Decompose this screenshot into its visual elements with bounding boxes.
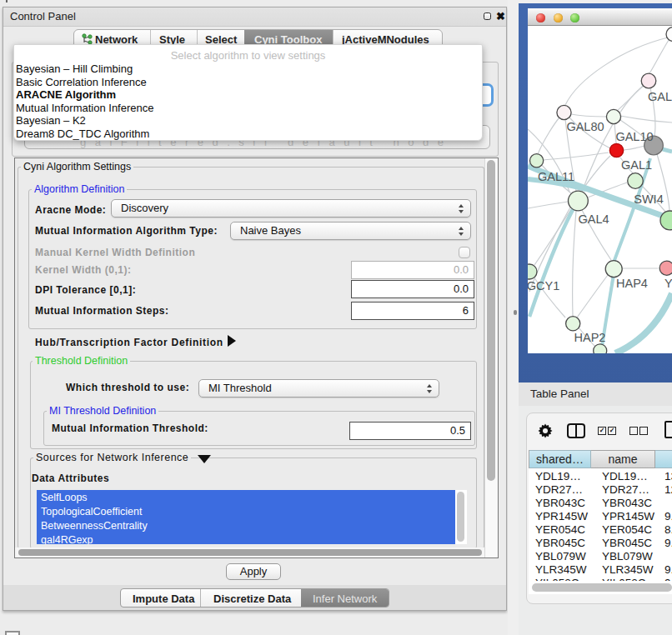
svg-text:GAL2: GAL2 <box>648 90 672 103</box>
svg-text:GAL80: GAL80 <box>566 120 604 133</box>
svg-text:SWI4: SWI4 <box>634 192 663 206</box>
svg-text:GAL11: GAL11 <box>538 170 574 183</box>
svg-text:HAP4: HAP4 <box>616 277 648 290</box>
svg-text:Y: Y <box>664 277 672 290</box>
svg-text:GAL10: GAL10 <box>615 130 653 143</box>
svg-text:GAL1: GAL1 <box>621 158 652 172</box>
svg-text:GAL4: GAL4 <box>578 212 609 226</box>
svg-text:HAP2: HAP2 <box>574 331 606 344</box>
svg-text:GCY1: GCY1 <box>528 279 559 292</box>
